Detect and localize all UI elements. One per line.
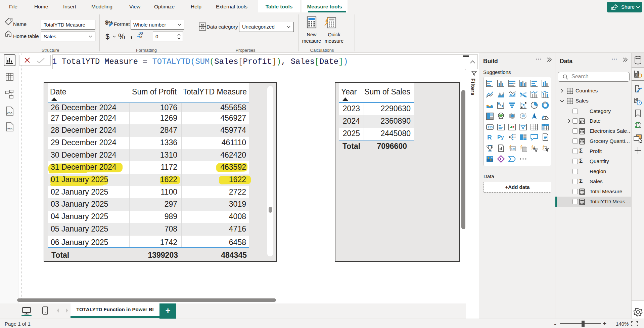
svg-text:DAX: DAX xyxy=(7,111,13,114)
svg-text:TMDL: TMDL xyxy=(6,127,13,130)
svg-text:0: 0 xyxy=(140,36,142,39)
svg-text:A: A xyxy=(533,146,536,151)
svg-text:123: 123 xyxy=(511,148,515,151)
svg-text:123: 123 xyxy=(488,126,493,129)
svg-text:R: R xyxy=(487,134,492,141)
svg-text:Py: Py xyxy=(497,134,504,140)
